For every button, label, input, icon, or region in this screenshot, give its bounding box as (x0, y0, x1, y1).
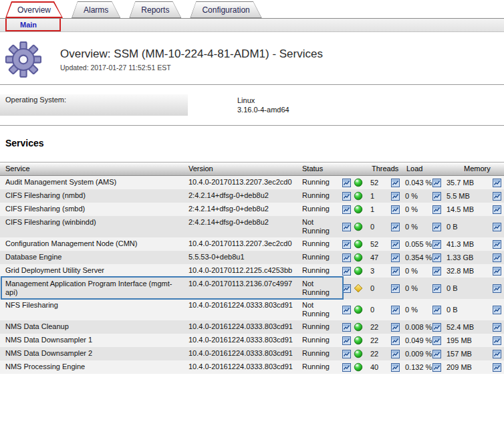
memory-chart-icon[interactable] (493, 284, 501, 293)
threads-cell: 47 (368, 251, 402, 264)
service-status: Running (298, 360, 340, 374)
os-kernel-version: 3.16.0-4-amd64 (237, 105, 289, 114)
events-chart-icon[interactable] (342, 205, 351, 214)
threads-chart-icon[interactable] (391, 336, 400, 345)
load-value: 0.055 % (405, 240, 432, 248)
load-chart-icon[interactable] (432, 267, 441, 276)
memory-chart-icon[interactable] (493, 336, 501, 345)
memory-chart-icon[interactable] (493, 350, 501, 358)
events-chart-icon[interactable] (342, 336, 351, 345)
threads-value: 1 (370, 205, 374, 213)
events-chart-icon[interactable] (342, 267, 351, 276)
load-value: 0 % (405, 267, 418, 275)
load-chart-icon[interactable] (432, 192, 441, 201)
load-cell: 0.132 % (402, 360, 444, 374)
tab-overview[interactable]: Overview (5, 1, 63, 18)
memory-chart-icon[interactable] (493, 223, 501, 231)
operating-system-row: Operating System: Linux 3.16.0-4-amd64 (0, 94, 504, 116)
threads-value: 1 (370, 192, 374, 200)
threads-chart-icon[interactable] (391, 253, 400, 262)
memory-chart-icon[interactable] (493, 323, 501, 332)
minor-alarm-icon (354, 284, 363, 293)
events-chart-icon[interactable] (342, 240, 351, 249)
load-chart-icon[interactable] (432, 350, 441, 358)
normal-state-icon (354, 178, 363, 187)
threads-chart-icon[interactable] (391, 223, 400, 231)
load-chart-icon[interactable] (432, 306, 441, 314)
load-chart-icon[interactable] (432, 363, 441, 372)
events-chart-icon[interactable] (342, 363, 351, 372)
load-chart-icon[interactable] (432, 240, 441, 249)
threads-value: 3 (370, 267, 374, 275)
threads-chart-icon[interactable] (391, 350, 400, 358)
normal-state-icon (354, 253, 363, 262)
main-link[interactable]: Main (20, 19, 37, 31)
threads-chart-icon[interactable] (391, 205, 400, 214)
service-version: 10.4.0-20170113.2207.3ec2cd0 (184, 176, 298, 189)
memory-chart-icon[interactable] (493, 240, 501, 249)
load-cell: 0 % (402, 278, 444, 299)
load-value: 0 % (405, 284, 418, 292)
memory-value: 35.7 MB (447, 179, 474, 187)
memory-cell: 5.5 MB (444, 189, 504, 203)
events-chart-icon[interactable] (342, 323, 351, 332)
memory-value: 157 MB (447, 350, 472, 358)
memory-chart-icon[interactable] (493, 267, 501, 276)
service-version: 10.4.0-20161224.0333.803cd91 (184, 360, 298, 374)
events-chart-icon[interactable] (342, 223, 351, 231)
load-value: 0.043 % (405, 179, 432, 187)
memory-chart-icon[interactable] (493, 306, 501, 314)
threads-chart-icon[interactable] (391, 192, 400, 201)
col-status: Status (298, 163, 368, 175)
memory-chart-icon[interactable] (493, 253, 501, 262)
load-chart-icon[interactable] (432, 223, 441, 231)
threads-chart-icon[interactable] (391, 306, 400, 314)
load-chart-icon[interactable] (432, 323, 441, 332)
table-row: NMS Data Cleanup 10.4.0-20161224.0333.80… (0, 320, 504, 334)
load-chart-icon[interactable] (432, 336, 441, 345)
threads-chart-icon[interactable] (391, 179, 400, 187)
memory-chart-icon[interactable] (493, 363, 501, 372)
events-chart-icon[interactable] (342, 284, 351, 293)
load-value: 0.049 % (405, 336, 432, 344)
service-name: NMS Data Downsampler 2 (0, 347, 184, 360)
os-label: Operating System: (0, 94, 188, 116)
events-chart-icon[interactable] (342, 350, 351, 358)
tab-reports[interactable]: Reports (129, 1, 181, 18)
threads-chart-icon[interactable] (391, 240, 400, 249)
memory-value: 32.8 MB (447, 267, 474, 275)
tab-configuration[interactable]: Configuration (190, 1, 261, 18)
table-row: NFS Filesharing 10.4.0-20161224.0333.803… (0, 299, 504, 320)
tab-alarms[interactable]: Alarms (72, 1, 120, 18)
divider (0, 125, 504, 126)
col-version: Version (184, 163, 298, 175)
threads-chart-icon[interactable] (391, 323, 400, 332)
memory-chart-icon[interactable] (493, 205, 501, 214)
tab-bar: Overview Alarms Reports Configuration (0, 0, 504, 18)
load-chart-icon[interactable] (432, 253, 441, 262)
load-chart-icon[interactable] (432, 205, 441, 214)
service-name: Management Application Program Interface… (0, 278, 184, 299)
subnav-bar: Main (0, 18, 504, 32)
normal-state-icon (354, 362, 363, 372)
memory-chart-icon[interactable] (493, 179, 501, 187)
threads-chart-icon[interactable] (391, 267, 400, 276)
memory-chart-icon[interactable] (493, 192, 501, 201)
load-cell: 0.043 % (402, 176, 444, 189)
load-value: 0 % (405, 223, 418, 231)
threads-chart-icon[interactable] (391, 284, 400, 293)
threads-chart-icon[interactable] (391, 363, 400, 372)
threads-value: 22 (370, 350, 378, 358)
service-status: Not Running (298, 216, 340, 237)
events-chart-icon[interactable] (342, 306, 351, 314)
threads-cell: 52 (368, 176, 402, 189)
service-version: 10.4.0-20170112.2125.c4253bb (184, 264, 298, 278)
threads-cell: 0 (368, 299, 402, 320)
load-chart-icon[interactable] (432, 179, 441, 187)
events-chart-icon[interactable] (342, 253, 351, 262)
service-name: NFS Filesharing (0, 299, 184, 320)
events-chart-icon[interactable] (342, 179, 351, 187)
load-chart-icon[interactable] (432, 284, 441, 293)
table-row: Grid Deployment Utility Server 10.4.0-20… (0, 264, 504, 278)
events-chart-icon[interactable] (342, 192, 351, 201)
